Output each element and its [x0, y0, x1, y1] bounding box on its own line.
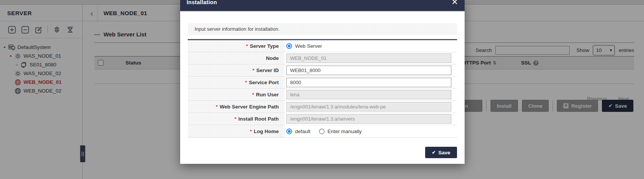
modal-body: Input server information for installatio… — [180, 12, 465, 158]
field-value — [284, 78, 457, 87]
required-mark: * — [245, 80, 247, 85]
field-label-text: Log Home — [254, 129, 279, 134]
run-user-field — [286, 90, 451, 99]
field-label: * Install Root Path — [188, 113, 284, 125]
field-label: * Server ID — [188, 64, 284, 76]
radio-label[interactable]: Enter manually — [328, 129, 362, 134]
install-root-field — [286, 114, 451, 124]
field-label-text: Web Server Engine Path — [220, 104, 279, 110]
radio-log-default-checked[interactable] — [286, 129, 292, 134]
field-label-text: Server Type — [250, 43, 279, 49]
modal-save-button[interactable]: ✔ Save — [425, 147, 457, 158]
required-mark: * — [216, 104, 218, 110]
form-row-install-root: * Install Root Path — [188, 113, 457, 125]
server-id-field[interactable] — [286, 66, 451, 75]
field-value — [284, 90, 457, 99]
installation-form: * Server Type Web Server Node * — [188, 39, 457, 138]
radio-web-server-checked[interactable] — [286, 43, 292, 49]
field-label: * Run User — [188, 89, 284, 100]
field-label-text: Service Port — [249, 80, 279, 85]
form-row-engine-path: * Web Server Engine Path — [188, 101, 457, 113]
field-label: * Service Port — [188, 77, 284, 88]
radio-label[interactable]: Web Server — [295, 43, 322, 49]
check-icon: ✔ — [432, 150, 436, 155]
close-icon[interactable]: × — [452, 0, 458, 8]
modal-header: Installation × — [180, 0, 465, 12]
service-port-field[interactable] — [286, 78, 451, 87]
node-field — [286, 53, 451, 63]
modal-save-label: Save — [438, 150, 451, 155]
field-value: Web Server — [284, 43, 457, 49]
field-value — [284, 114, 457, 124]
required-mark: * — [234, 116, 236, 122]
required-mark: * — [246, 43, 248, 49]
field-label-text: Run User — [256, 92, 279, 97]
engine-path-field — [286, 102, 451, 111]
required-mark: * — [250, 129, 252, 134]
radio-label[interactable]: default — [295, 129, 311, 134]
field-label-text: Node — [266, 55, 279, 61]
required-mark: * — [252, 68, 254, 73]
field-label-text: Install Root Path — [238, 116, 279, 122]
field-label-text: Server ID — [256, 68, 279, 73]
modal-footer: ✔ Save — [188, 138, 457, 158]
installation-modal: Installation × Input server information … — [180, 0, 465, 164]
modal-title: Installation — [187, 0, 217, 5]
form-row-log-home: * Log Home default Enter manually — [188, 125, 457, 137]
field-label: * Server Type — [188, 40, 284, 52]
radio-log-manual[interactable] — [319, 129, 325, 134]
field-value — [284, 53, 457, 63]
info-message: Input server information for installatio… — [188, 23, 457, 35]
form-row-server-type: * Server Type Web Server — [188, 40, 457, 52]
field-label: * Web Server Engine Path — [188, 101, 284, 113]
field-label: * Log Home — [188, 125, 284, 137]
field-value — [284, 102, 457, 111]
field-label: Node — [188, 52, 284, 64]
required-mark: * — [252, 92, 254, 97]
field-value: default Enter manually — [284, 129, 457, 134]
field-value — [284, 66, 457, 75]
form-row-server-id: * Server ID — [188, 64, 457, 77]
form-row-service-port: * Service Port — [188, 77, 457, 89]
form-row-run-user: * Run User — [188, 89, 457, 101]
form-row-node: Node — [188, 52, 457, 64]
